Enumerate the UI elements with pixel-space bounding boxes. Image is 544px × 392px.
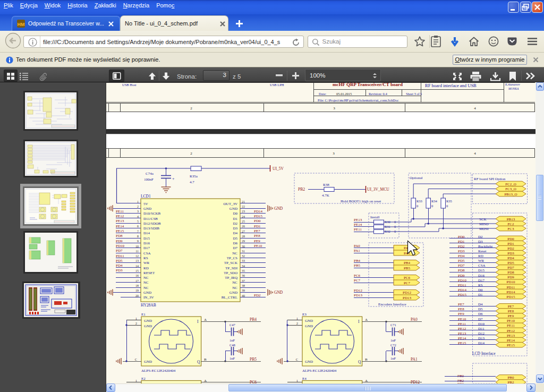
svg-text:PE7: PE7 bbox=[508, 304, 514, 309]
svg-text:PE12: PE12 bbox=[116, 214, 124, 218]
svg-text:PD7: PD7 bbox=[507, 266, 514, 270]
svg-text:Q: Q bbox=[358, 360, 361, 364]
svg-text:27: 27 bbox=[242, 230, 245, 233]
svg-text:1: 1 bbox=[135, 317, 137, 320]
svg-text:PD8: PD8 bbox=[507, 270, 514, 275]
svg-text:GND: GND bbox=[305, 324, 313, 328]
svg-text:HM: HM bbox=[18, 22, 25, 27]
svg-text:PC7: PC7 bbox=[404, 281, 411, 285]
svg-text:D3: D3 bbox=[233, 226, 237, 231]
svg-text:E3: E3 bbox=[302, 312, 307, 317]
svg-text:NC: NC bbox=[143, 280, 149, 285]
svg-text:K.Atanassov: K.Atanassov bbox=[505, 83, 520, 86]
svg-text:10: 10 bbox=[135, 245, 139, 248]
svg-text:R35: R35 bbox=[446, 199, 452, 203]
svg-text:PD5: PD5 bbox=[116, 259, 123, 263]
svg-text:PD3: PD3 bbox=[458, 249, 465, 253]
svg-text:D15: D15 bbox=[143, 236, 150, 241]
svg-text:C: C bbox=[296, 357, 298, 361]
svg-text:PB13: PB13 bbox=[507, 217, 515, 221]
svg-text:NC: NC bbox=[232, 280, 237, 285]
svg-text:4: 4 bbox=[474, 106, 476, 110]
svg-text:NC: NC bbox=[143, 286, 149, 290]
svg-text:PB5: PB5 bbox=[354, 263, 361, 268]
svg-text:PD14: PD14 bbox=[254, 209, 262, 214]
svg-text:PD4: PD4 bbox=[507, 256, 514, 260]
svg-text:USB LPH: USB LPH bbox=[270, 83, 284, 87]
svg-text:D0: D0 bbox=[233, 211, 237, 216]
svg-text:PE15: PE15 bbox=[507, 343, 515, 347]
svg-text:PC6: PC6 bbox=[404, 276, 411, 280]
svg-text:PC6: PC6 bbox=[250, 380, 257, 384]
svg-text:NC: NC bbox=[232, 251, 237, 255]
svg-text:CSA: CSA bbox=[143, 251, 151, 255]
svg-text:PD2: PD2 bbox=[254, 293, 261, 297]
svg-text:PE14: PE14 bbox=[354, 223, 362, 227]
svg-text:PD15: PD15 bbox=[507, 295, 515, 299]
svg-text:E1: E1 bbox=[141, 312, 146, 317]
svg-text:Encoders Interface: Encoders Interface bbox=[378, 302, 406, 306]
svg-text:18: 18 bbox=[135, 284, 139, 287]
svg-text:1nF: 1nF bbox=[230, 356, 235, 360]
svg-text:D12/SDOB: D12/SDOB bbox=[143, 221, 161, 226]
svg-text:1: 1 bbox=[135, 379, 137, 382]
svg-text:0: 0 bbox=[431, 204, 433, 208]
svg-text:PD7: PD7 bbox=[116, 249, 123, 253]
svg-text:4: 4 bbox=[137, 215, 139, 218]
svg-text:20: 20 bbox=[135, 294, 139, 297]
svg-text:6: 6 bbox=[137, 225, 139, 228]
svg-text:1: 1 bbox=[296, 379, 298, 382]
svg-text:33: 33 bbox=[242, 259, 245, 262]
svg-text:C48: C48 bbox=[230, 343, 235, 347]
svg-text:GND: GND bbox=[230, 291, 237, 295]
svg-text:C72: C72 bbox=[390, 343, 396, 347]
svg-text:28: 28 bbox=[242, 235, 245, 238]
svg-text:HY28AB: HY28AB bbox=[141, 303, 156, 308]
svg-text:25: 25 bbox=[242, 220, 245, 223]
svg-text:PD8: PD8 bbox=[116, 234, 123, 238]
svg-text:PE11: PE11 bbox=[116, 209, 124, 214]
svg-text:39: 39 bbox=[242, 289, 245, 292]
svg-text:LCD1: LCD1 bbox=[141, 194, 151, 199]
svg-text:PE14: PE14 bbox=[507, 338, 515, 343]
svg-text:34: 34 bbox=[242, 265, 245, 268]
svg-text:RS: RS bbox=[143, 256, 148, 260]
svg-text:4: 4 bbox=[474, 151, 476, 156]
svg-text:PE11: PE11 bbox=[354, 227, 362, 232]
svg-text:PD1: PD1 bbox=[254, 224, 261, 228]
svg-text:UI_3V_MCU: UI_3V_MCU bbox=[367, 187, 389, 192]
svg-text:23: 23 bbox=[242, 210, 245, 213]
svg-text:GND: GND bbox=[144, 324, 152, 328]
svg-text:PD0: PD0 bbox=[507, 237, 514, 241]
svg-text:GND: GND bbox=[144, 319, 152, 323]
svg-text:PE9: PE9 bbox=[508, 314, 514, 318]
svg-text:R33: R33 bbox=[416, 199, 422, 203]
svg-text:FC2_O: FC2_O bbox=[505, 182, 516, 186]
svg-text:PE13: PE13 bbox=[354, 218, 362, 222]
svg-text:PD11: PD11 bbox=[116, 254, 124, 258]
svg-text:PD4: PD4 bbox=[458, 254, 465, 258]
svg-text:C47: C47 bbox=[230, 323, 236, 327]
svg-text:D4: D4 bbox=[233, 231, 237, 235]
svg-text:PD2: PD2 bbox=[507, 246, 514, 251]
svg-text:A: A bbox=[204, 379, 207, 383]
svg-text:TP_SDO: TP_SDO bbox=[224, 271, 237, 275]
svg-text:C74a: C74a bbox=[146, 172, 154, 176]
svg-text:D16: D16 bbox=[143, 241, 150, 245]
svg-text:PB5: PB5 bbox=[250, 357, 257, 362]
svg-text:Q: Q bbox=[197, 360, 200, 364]
svg-text:GND: GND bbox=[274, 206, 283, 211]
svg-text:7: 7 bbox=[137, 230, 139, 233]
svg-text:LCD Interface: LCD Interface bbox=[472, 351, 496, 356]
svg-text:14: 14 bbox=[135, 265, 139, 268]
svg-text:Sheet 3 of 5: Sheet 3 of 5 bbox=[406, 92, 422, 96]
svg-text:D6: D6 bbox=[233, 241, 237, 245]
svg-text:PE9: PE9 bbox=[254, 239, 260, 243]
svg-text:D13/SDIB: D13/SDIB bbox=[143, 226, 159, 231]
svg-text:21: 21 bbox=[242, 200, 245, 203]
svg-text:NC: NC bbox=[143, 276, 149, 280]
svg-text:Install: Install bbox=[370, 215, 380, 219]
svg-text:PB0: PB0 bbox=[457, 374, 464, 378]
svg-text:D17: D17 bbox=[143, 246, 150, 250]
svg-text:PE13: PE13 bbox=[116, 219, 124, 223]
